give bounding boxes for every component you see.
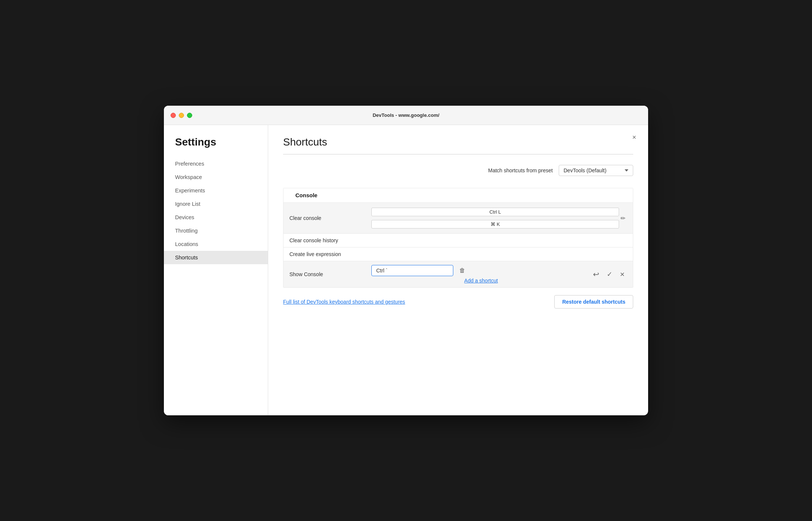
sidebar-heading: Settings	[164, 136, 268, 157]
main-content: × Shortcuts Match shortcuts from preset …	[268, 125, 648, 415]
edit-clear-console-button[interactable]: ✏	[619, 213, 627, 223]
sidebar-item-devices[interactable]: Devices	[164, 211, 268, 224]
console-section-header: Console	[283, 188, 633, 202]
titlebar: DevTools - www.google.com/	[164, 106, 648, 125]
cancel-icon: ✕	[620, 271, 625, 278]
traffic-lights	[171, 113, 192, 118]
window-title: DevTools - www.google.com/	[372, 112, 439, 118]
shortcut-name-show-console: Show Console	[289, 271, 371, 277]
key-badge-cmd-k: ⌘ K	[371, 220, 619, 228]
preset-row: Match shortcuts from preset DevTools (De…	[283, 165, 633, 176]
shortcut-keys-clear-console: Ctrl L ⌘ K	[371, 207, 619, 230]
shortcut-row-create-live-expression: Create live expression	[283, 247, 633, 261]
maximize-traffic-light[interactable]	[187, 113, 192, 118]
page-title: Shortcuts	[283, 136, 633, 148]
add-shortcut-button[interactable]: Add a shortcut	[371, 278, 591, 284]
sidebar: Settings Preferences Workspace Experimen…	[164, 125, 268, 415]
edit-icon: ✏	[621, 215, 625, 221]
sidebar-item-preferences[interactable]: Preferences	[164, 157, 268, 170]
preset-label: Match shortcuts from preset	[488, 167, 553, 173]
delete-shortcut-button[interactable]: 🗑	[456, 266, 468, 275]
settings-window: DevTools - www.google.com/ Settings Pref…	[164, 106, 648, 415]
sidebar-item-locations[interactable]: Locations	[164, 237, 268, 251]
confirm-shortcut-button[interactable]: ✓	[605, 269, 615, 280]
restore-defaults-button[interactable]: Restore default shortcuts	[554, 295, 633, 309]
console-section: Console Clear console Ctrl L ⌘ K ✏	[283, 188, 633, 288]
shortcut-row-show-console: Show Console 🗑 Add a shortcut ↩	[283, 261, 633, 287]
settings-body: Settings Preferences Workspace Experimen…	[164, 125, 648, 415]
console-section-title: Console	[289, 189, 323, 201]
shortcut-keys-show-console: 🗑 Add a shortcut	[371, 265, 591, 284]
preset-select[interactable]: DevTools (Default) Visual Studio Code	[559, 165, 633, 176]
shortcut-row-clear-console: Clear console Ctrl L ⌘ K ✏	[283, 202, 633, 233]
shortcut-actions-clear-console: ✏	[619, 213, 627, 223]
sidebar-item-shortcuts[interactable]: Shortcuts	[164, 251, 268, 264]
full-list-link[interactable]: Full list of DevTools keyboard shortcuts…	[283, 299, 405, 305]
sidebar-item-workspace[interactable]: Workspace	[164, 170, 268, 184]
key-badge-ctrl-l: Ctrl L	[371, 208, 619, 216]
undo-icon: ↩	[593, 270, 599, 278]
shortcut-edit-actions-show-console: ↩ ✓ ✕	[591, 268, 627, 280]
sidebar-item-experiments[interactable]: Experiments	[164, 184, 268, 197]
confirm-icon: ✓	[607, 271, 612, 278]
cancel-shortcut-button[interactable]: ✕	[618, 269, 627, 280]
close-traffic-light[interactable]	[171, 113, 176, 118]
sidebar-item-ignore-list[interactable]: Ignore List	[164, 197, 268, 211]
shortcut-name-clear-console-history: Clear console history	[289, 237, 371, 243]
shortcut-input-row: 🗑	[371, 265, 591, 276]
title-divider	[283, 154, 633, 154]
shortcut-row-clear-console-history: Clear console history	[283, 233, 633, 247]
undo-shortcut-button[interactable]: ↩	[591, 268, 602, 280]
footer-row: Full list of DevTools keyboard shortcuts…	[283, 295, 633, 309]
minimize-traffic-light[interactable]	[179, 113, 184, 118]
delete-icon: 🗑	[459, 267, 465, 274]
shortcut-input-show-console[interactable]	[371, 265, 453, 276]
sidebar-item-throttling[interactable]: Throttling	[164, 224, 268, 237]
shortcut-name-create-live-expression: Create live expression	[289, 251, 371, 257]
close-button[interactable]: ×	[629, 132, 639, 142]
shortcut-name-clear-console: Clear console	[289, 215, 371, 221]
